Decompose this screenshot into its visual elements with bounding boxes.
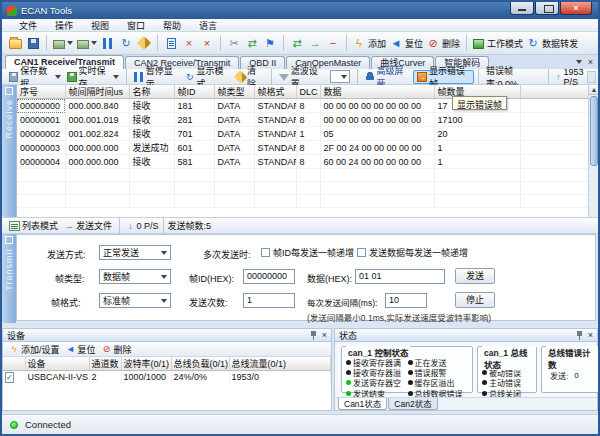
save-data-button[interactable]: 保存数据	[6, 70, 64, 84]
reset-device-button[interactable]: ◄复位	[388, 34, 425, 52]
data-hex-input[interactable]: 01 01	[355, 269, 445, 284]
col-baud[interactable]: 波特率(0/1)	[121, 357, 171, 371]
clear-list-button[interactable]: 清除	[233, 70, 267, 84]
receive-toolbar: 保存数据 实时保存 暂停显示 ↻显示模式 清除 滤波设置 高级屏蔽 →显示错误帧…	[2, 69, 598, 85]
device-row[interactable]: ✓ USBCAN-II-VS 2 1000/1000 24%/0% 1953/0	[3, 371, 331, 384]
minimize-button[interactable]	[510, 2, 534, 15]
go-button[interactable]: →	[306, 34, 324, 52]
clear-button[interactable]	[135, 34, 153, 52]
remove-button[interactable]: ×	[198, 34, 216, 52]
col-interval[interactable]: 帧间隔时间us	[65, 85, 129, 99]
led-item: 接收寄存器溢	[346, 367, 408, 377]
device-enabled-checkbox[interactable]: ✓	[5, 372, 14, 383]
col-frame-format[interactable]: 帧格式	[254, 85, 296, 99]
flag-button[interactable]: ⚑	[261, 34, 279, 52]
panel-close-icon[interactable]: ×	[588, 331, 593, 340]
stop-button[interactable]: 停止	[455, 292, 495, 308]
tab-can1-status[interactable]: Can1状态	[338, 398, 387, 410]
connect-device-button[interactable]	[51, 34, 75, 52]
tab-close-icon[interactable]: ×	[588, 57, 593, 67]
table-row[interactable]: 00000001000.001.019接收281DATASTANDARD800 …	[17, 113, 589, 127]
col-frame-id[interactable]: 帧ID	[174, 85, 214, 99]
interval-input[interactable]: 10	[385, 293, 427, 308]
col-name[interactable]: 名称	[129, 85, 174, 99]
pin-icon[interactable]	[576, 331, 583, 340]
chevron-down-icon	[113, 75, 119, 79]
inc-data-checkbox[interactable]: 发送数据每发送一帧递增	[357, 246, 468, 259]
open-button[interactable]	[6, 34, 24, 52]
transmit-side-tab[interactable]: Transmit	[2, 234, 16, 323]
flag-icon: ⚑	[264, 37, 276, 49]
stop-dash-button[interactable]: −	[324, 34, 342, 52]
scroll-up-icon[interactable]: ▲	[589, 85, 598, 95]
inc-frame-id-checkbox[interactable]: 帧ID每发送一帧递增	[261, 246, 354, 259]
pin-icon[interactable]	[310, 331, 317, 340]
led-icon	[408, 380, 413, 385]
forward-button[interactable]: ⇄	[288, 34, 306, 52]
menu-view[interactable]: 视图	[82, 19, 118, 32]
vertical-scrollbar[interactable]: ▲ ▼	[588, 85, 598, 217]
refresh-button[interactable]: ↻	[117, 34, 135, 52]
display-mode-button[interactable]: ↻显示模式	[182, 70, 233, 84]
save-button[interactable]	[24, 34, 42, 52]
delete-device-button[interactable]: ⊘删除	[425, 34, 462, 52]
device-delete-button[interactable]: ⊘删除	[99, 342, 135, 356]
filter-settings-button[interactable]: 滤波设置	[276, 70, 327, 84]
led-icon	[482, 391, 487, 396]
pause-display-button[interactable]: 暂停显示	[131, 70, 182, 84]
tab-can2-status[interactable]: Can2状态	[388, 398, 437, 410]
chevron-down-icon	[55, 75, 61, 79]
send-button[interactable]: 发送	[455, 268, 495, 284]
menu-file[interactable]: 文件	[10, 19, 46, 32]
frame-type-select[interactable]: 数据帧	[99, 269, 171, 284]
led-item: 正在发送	[408, 357, 470, 367]
tab-list-dropdown-icon[interactable]	[576, 60, 582, 64]
filter-combo[interactable]	[330, 70, 351, 83]
device-reset-button[interactable]: ◄复位	[63, 342, 99, 356]
swap-arrows-icon: ⇄	[246, 37, 258, 49]
col-frame-type[interactable]: 帧类型	[214, 85, 254, 99]
chevron-down-icon	[67, 41, 73, 45]
table-row[interactable]: 00000003000.000.000发送成功601DATASTANDARD82…	[17, 141, 589, 155]
show-error-frames-button[interactable]: →显示错误帧	[413, 70, 474, 84]
add-device-button[interactable]: ϟ添加	[351, 34, 388, 52]
send-times-input[interactable]: 1	[243, 293, 295, 308]
table-row[interactable]: 00000004000.000.000接收581DATASTANDARD860 …	[17, 155, 589, 169]
disconnect-device-button[interactable]	[75, 34, 99, 52]
col-data[interactable]: 数据	[320, 85, 434, 99]
pause-button[interactable]	[99, 34, 117, 52]
edit-button[interactable]: ×	[180, 34, 198, 52]
maximize-button[interactable]	[535, 2, 559, 15]
table-row[interactable]: 00000002001.002.824接收701DATASTANDARD1052…	[17, 127, 589, 141]
send-mode-select[interactable]: 正常发送	[99, 245, 171, 260]
paste-button[interactable]: ⇄	[243, 34, 261, 52]
control-status-group: can_1 控制状态 接收寄存器满 接收寄存器溢 发送寄存器空 发送结束 正在接…	[341, 346, 473, 393]
scrollbar-thumb[interactable]	[590, 96, 598, 166]
list-mode-button[interactable]: 列表模式	[6, 219, 61, 233]
save-icon	[9, 72, 18, 82]
col-bus-load[interactable]: 总线负载(0/1)	[171, 357, 229, 371]
menu-operate[interactable]: 操作	[46, 19, 82, 32]
menu-language[interactable]: 语言	[190, 19, 226, 32]
col-seq[interactable]: 序号	[17, 85, 65, 99]
realtime-save-button[interactable]: 实时保存	[64, 70, 122, 84]
work-mode-button[interactable]: 工作模式	[471, 34, 525, 52]
cut-button[interactable]: ✂	[225, 34, 243, 52]
menu-help[interactable]: 帮助	[154, 19, 190, 32]
advanced-mask-button[interactable]: 高级屏蔽	[362, 70, 413, 84]
toolbar-overflow-spinner[interactable]	[587, 71, 596, 83]
filter-doc-button[interactable]	[162, 34, 180, 52]
col-dlc[interactable]: DLC	[296, 85, 320, 99]
frame-id-input[interactable]: 00000000	[243, 269, 295, 284]
panel-close-icon[interactable]: ×	[322, 331, 327, 340]
data-forward-button[interactable]: ↻数据转发	[525, 34, 580, 52]
receive-side-tab[interactable]: Receive	[2, 85, 16, 217]
close-button[interactable]: ×	[560, 2, 592, 15]
col-device[interactable]: 设备	[25, 357, 89, 371]
menu-window[interactable]: 窗口	[118, 19, 154, 32]
frame-format-select[interactable]: 标准帧	[99, 293, 171, 308]
send-file-button[interactable]: →发送文件	[61, 219, 115, 233]
col-channels[interactable]: 通道数	[89, 357, 121, 371]
col-bus-traffic[interactable]: 总线流量(0/1)	[229, 357, 331, 371]
device-add-settings-button[interactable]: ϟ添加/设置	[6, 342, 63, 356]
